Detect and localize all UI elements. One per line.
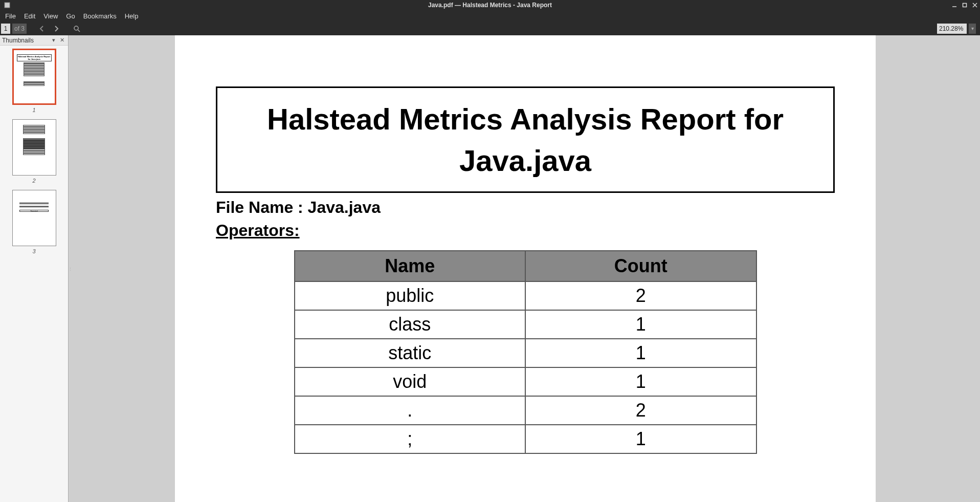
toolbar: of 3 210.28% ▾: [0, 21, 980, 35]
window-title: Java.pdf — Halstead Metrics - Java Repor…: [428, 2, 552, 9]
thumbnail-3-label: 3: [32, 248, 35, 254]
cell-name: void: [295, 367, 526, 396]
cell-name: public: [295, 281, 526, 310]
document-viewport[interactable]: Halstead Metrics Analysis Report for Jav…: [71, 35, 980, 502]
table-header-row: Name Count: [295, 251, 756, 281]
table-row: ; 1: [295, 425, 756, 453]
menu-edit[interactable]: Edit: [20, 11, 39, 21]
sidebar-dropdown-icon[interactable]: ▾: [50, 36, 58, 45]
svg-point-5: [74, 26, 78, 30]
thumbnail-page-1[interactable]: Halstead Metrics Analysis Report for Jav…: [12, 49, 56, 105]
thumbnail-1-label: 1: [32, 107, 35, 113]
table-row: static 1: [295, 339, 756, 367]
sidebar-title: Thumbnails: [2, 37, 50, 44]
thumbnail-page-2[interactable]: [12, 119, 56, 176]
table-row: public 2: [295, 281, 756, 310]
operators-table: Name Count public 2 class 1 static: [294, 250, 757, 454]
page-number-input[interactable]: [1, 24, 10, 34]
sidebar-close-icon[interactable]: ✕: [58, 36, 66, 45]
thumbnail-3-container: Generated 3: [0, 190, 68, 254]
thumbnail-2-label: 2: [32, 178, 35, 184]
thumbnail-1-container: Halstead Metrics Analysis Report for Jav…: [0, 49, 68, 113]
window-controls: [949, 0, 980, 10]
svg-line-6: [78, 30, 80, 32]
menu-view[interactable]: View: [39, 11, 62, 21]
prev-page-button[interactable]: [36, 23, 48, 35]
next-page-button[interactable]: [50, 23, 62, 35]
menubar: File Edit View Go Bookmarks Help: [0, 10, 980, 21]
page-total-label: of 3: [12, 24, 27, 34]
menu-bookmarks[interactable]: Bookmarks: [79, 11, 121, 21]
main-area: Thumbnails ▾ ✕ Halstead Metrics Analysis…: [0, 35, 980, 502]
zoom-input[interactable]: 210.28%: [937, 24, 967, 34]
cell-count: 1: [525, 310, 756, 339]
pdf-page-1: Halstead Metrics Analysis Report for Jav…: [175, 35, 876, 502]
cell-count: 2: [525, 396, 756, 425]
thumbnails-list[interactable]: Halstead Metrics Analysis Report for Jav…: [0, 46, 68, 502]
minimize-button[interactable]: [949, 0, 960, 10]
cell-count: 1: [525, 339, 756, 367]
cell-count: 1: [525, 367, 756, 396]
report-title-box: Halstead Metrics Analysis Report for Jav…: [216, 86, 835, 193]
menu-go[interactable]: Go: [62, 11, 79, 21]
svg-rect-2: [963, 4, 967, 7]
table-row: void 1: [295, 367, 756, 396]
file-name-label: File Name : Java.java: [216, 198, 835, 217]
thumbnail-page-3[interactable]: Generated: [12, 190, 56, 246]
cell-count: 2: [525, 281, 756, 310]
close-button[interactable]: [970, 0, 980, 10]
cell-name: ;: [295, 425, 526, 453]
table-row: . 2: [295, 396, 756, 425]
cell-count: 1: [525, 425, 756, 453]
thumbnail-2-container: 2: [0, 119, 68, 184]
cell-name: class: [295, 310, 526, 339]
menu-help[interactable]: Help: [121, 11, 143, 21]
svg-rect-0: [5, 3, 10, 8]
app-icon: [2, 0, 12, 10]
search-button[interactable]: [71, 23, 83, 35]
operators-heading: Operators:: [216, 221, 835, 240]
cell-name: .: [295, 396, 526, 425]
col-header-name: Name: [295, 251, 526, 281]
cell-name: static: [295, 339, 526, 367]
col-header-count: Count: [525, 251, 756, 281]
report-title: Halstead Metrics Analysis Report for Jav…: [238, 98, 813, 181]
zoom-dropdown-icon[interactable]: ▾: [969, 24, 976, 34]
menu-file[interactable]: File: [1, 11, 20, 21]
window-titlebar: Java.pdf — Halstead Metrics - Java Repor…: [0, 0, 980, 10]
sidebar-header: Thumbnails ▾ ✕: [0, 35, 68, 46]
table-row: class 1: [295, 310, 756, 339]
maximize-button[interactable]: [960, 0, 970, 10]
thumbnails-sidebar: Thumbnails ▾ ✕ Halstead Metrics Analysis…: [0, 35, 69, 502]
